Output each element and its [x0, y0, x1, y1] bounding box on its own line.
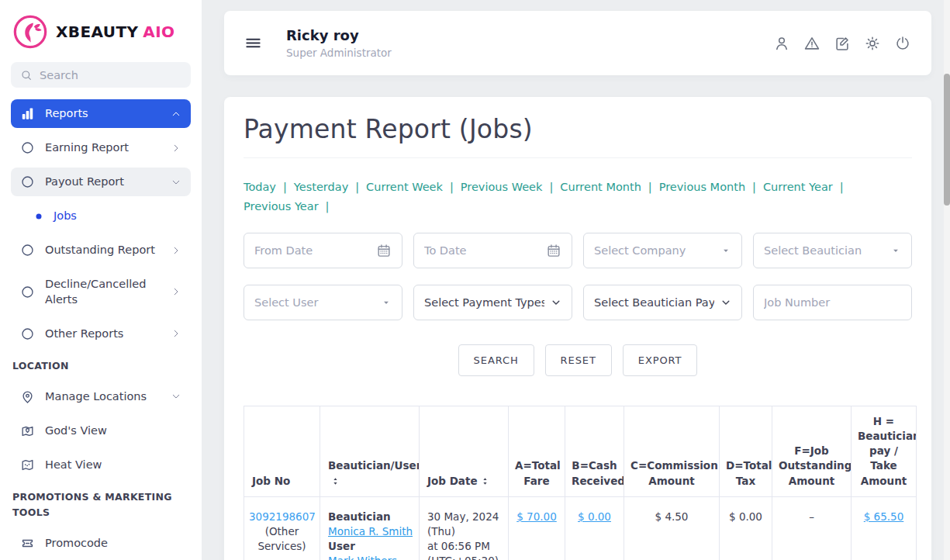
from-date-input[interactable]	[254, 244, 370, 257]
sidebar: XBEAUTYAIO ReportsEarning ReportPayout R…	[0, 0, 202, 560]
commission-amount: $ 4.50	[655, 510, 689, 523]
menu-icon[interactable]	[244, 34, 262, 52]
from-date-field[interactable]	[244, 233, 402, 268]
sidebar-item-earning-report[interactable]: Earning Report	[11, 133, 191, 162]
column-beautician-user[interactable]: Beautician/User	[320, 406, 420, 497]
total-tax: $ 0.00	[729, 510, 762, 523]
dot-icon	[34, 212, 43, 221]
quick-filter-separator: |	[840, 181, 844, 193]
chevron-right-icon	[171, 286, 181, 297]
to-date-field[interactable]	[413, 233, 572, 268]
company-select[interactable]: Select Company	[583, 233, 742, 268]
total-fare-link[interactable]: $ 70.00	[516, 510, 557, 523]
job-number-field[interactable]	[753, 285, 912, 320]
table-body: 3092198607(Other Services)BeauticianMoni…	[244, 496, 917, 560]
sidebar-item-promocode[interactable]: Promocode	[11, 529, 191, 558]
beautician-label: Beautician	[328, 510, 414, 524]
cell-total-tax: $ 0.00	[720, 496, 772, 560]
map-pin-icon	[20, 389, 35, 404]
chevron-right-icon	[171, 245, 181, 256]
brand-logo[interactable]: XBEAUTYAIO	[11, 12, 191, 62]
payment-types-select[interactable]: Select Payment Types	[413, 285, 572, 320]
quick-filter-separator: |	[549, 181, 553, 193]
job-time: at 06:56 PM (UTC:+05:30)	[427, 539, 503, 560]
gear-icon[interactable]	[864, 35, 881, 52]
table-header-row: Job NoBeautician/UserJob DateA=Total Far…	[244, 406, 917, 497]
job-date: 30 May, 2024 (Thu)	[427, 510, 503, 539]
sidebar-item-outstanding-report[interactable]: Outstanding Report	[11, 236, 191, 264]
user-name: Ricky roy	[286, 27, 392, 43]
sidebar-item-label: Payout Report	[45, 174, 161, 189]
scrollbar-thumb[interactable]	[944, 74, 950, 206]
quick-filter-previous-year[interactable]: Previous Year	[244, 200, 319, 213]
brand-logo-icon	[12, 14, 48, 50]
job-no-link[interactable]: 3092198607	[249, 510, 316, 523]
cash-received-link[interactable]: $ 0.00	[578, 510, 611, 523]
job-type: (Other Services)	[249, 524, 315, 554]
quick-filter-previous-week[interactable]: Previous Week	[461, 181, 543, 193]
sidebar-item-jobs[interactable]: Jobs	[11, 202, 191, 230]
chevron-down-icon	[171, 177, 181, 188]
circle-icon	[20, 327, 35, 341]
sidebar-item-label: Jobs	[54, 208, 181, 223]
user-select[interactable]: Select User	[244, 285, 402, 320]
chevron-down-icon	[171, 391, 181, 402]
sidebar-item-label: Manage Locations	[45, 389, 161, 404]
sidebar-item-heat-view[interactable]: Heat View	[11, 451, 191, 479]
sidebar-item-gods-view[interactable]: God's View	[11, 417, 191, 445]
quick-filter-previous-month[interactable]: Previous Month	[659, 181, 745, 193]
user-link[interactable]: Mark Withers	[328, 554, 414, 560]
column-label: Job Date	[427, 475, 478, 487]
reset-button[interactable]: RESET	[545, 344, 612, 376]
sidebar-item-payout-report[interactable]: Payout Report	[11, 168, 191, 196]
column-job-date[interactable]: Job Date	[420, 406, 509, 497]
circle-icon	[20, 285, 35, 299]
sidebar-item-reports[interactable]: Reports	[11, 99, 191, 128]
sidebar-item-label: Earning Report	[45, 140, 161, 155]
topbar-actions	[773, 35, 911, 52]
quick-filter-today[interactable]: Today	[244, 181, 276, 193]
sort-icon	[331, 476, 340, 486]
sidebar-item-other-reports[interactable]: Other Reports	[11, 320, 191, 348]
chevron-right-icon	[171, 328, 181, 339]
caret-down-icon	[381, 297, 392, 308]
beautician-pay-select[interactable]: Select Beautician Payr	[583, 285, 742, 320]
column-label: F=Job Outstanding Amount	[779, 444, 852, 486]
column-h-beautician-pay-take-amount: H = Beautician pay / Take Amount	[852, 406, 917, 497]
user-role: Super Administrator	[286, 47, 392, 59]
quick-filter-current-year[interactable]: Current Year	[763, 181, 833, 193]
sidebar-item-decline-cancelled-alerts[interactable]: Decline/Cancelled Alerts	[11, 270, 191, 314]
quick-filter-current-month[interactable]: Current Month	[560, 181, 641, 193]
user-icon[interactable]	[773, 35, 790, 52]
cell-outstanding-amount: –	[772, 496, 852, 560]
to-date-input[interactable]	[424, 244, 540, 257]
content-card: Payment Report (Jobs) Today|Yesterday|Cu…	[224, 97, 931, 560]
job-number-input[interactable]	[764, 296, 901, 309]
sidebar-item-label: Other Reports	[45, 326, 161, 341]
search-input[interactable]	[40, 69, 181, 81]
warning-icon[interactable]	[803, 35, 820, 52]
power-icon[interactable]	[894, 35, 911, 52]
filters-form: Select Company Select Beautician Select …	[244, 233, 912, 320]
company-select-value: Select Company	[594, 244, 714, 257]
column-label: C=Commission Amount	[630, 459, 718, 486]
table-row: 3092198607(Other Services)BeauticianMoni…	[244, 496, 917, 560]
beautician-pay-link[interactable]: $ 65.50	[864, 510, 904, 523]
report-note-icon[interactable]	[834, 35, 851, 52]
beautician-link[interactable]: Monica R. Smith	[328, 524, 414, 539]
sidebar-item-label: God's View	[45, 423, 181, 438]
export-button[interactable]: EXPORT	[623, 344, 698, 376]
section-title: LOCATION	[12, 358, 189, 374]
cell-job-no: 3092198607(Other Services)	[244, 496, 320, 560]
sidebar-item-manage-locations[interactable]: Manage Locations	[11, 382, 191, 411]
beautician-pay-select-value: Select Beautician Payr	[594, 296, 714, 309]
quick-filter-current-week[interactable]: Current Week	[366, 181, 443, 193]
chevron-down-icon	[720, 297, 731, 308]
caret-down-icon	[890, 245, 901, 256]
search-button[interactable]: SEARCH	[458, 344, 534, 376]
circle-icon	[20, 175, 35, 189]
main-area: Ricky roy Super Administrator Payment Re…	[202, 0, 950, 560]
quick-filter-yesterday[interactable]: Yesterday	[294, 181, 348, 193]
beautician-select[interactable]: Select Beautician	[753, 233, 912, 268]
sidebar-search[interactable]	[11, 62, 191, 88]
